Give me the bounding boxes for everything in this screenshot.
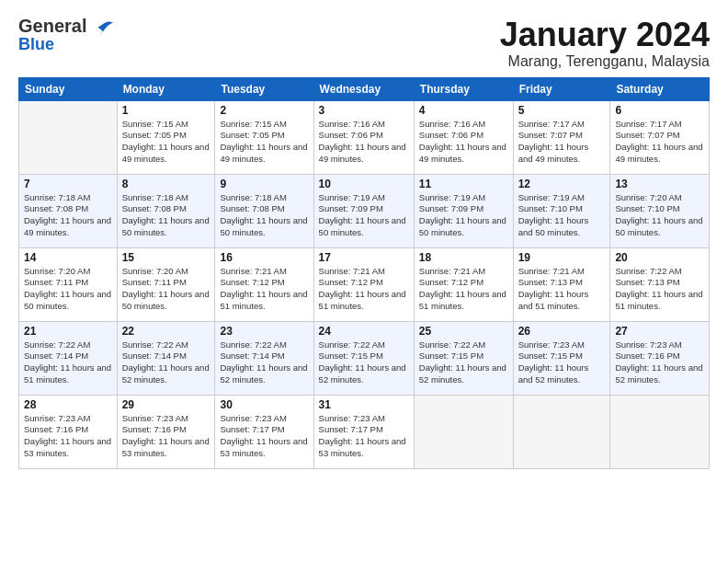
month-title: January 2024 — [500, 17, 710, 53]
cell-1-2: 9Sunrise: 7:18 AM Sunset: 7:08 PM Daylig… — [215, 174, 313, 247]
cell-3-0: 21Sunrise: 7:22 AM Sunset: 7:14 PM Dayli… — [19, 321, 118, 395]
cell-0-0 — [19, 100, 118, 174]
day-info: Sunrise: 7:21 AM Sunset: 7:12 PM Dayligh… — [220, 266, 308, 313]
col-sunday: Sunday — [19, 77, 118, 100]
week-row-5: 28Sunrise: 7:23 AM Sunset: 7:16 PM Dayli… — [19, 395, 710, 468]
day-info: Sunrise: 7:21 AM Sunset: 7:12 PM Dayligh… — [319, 266, 409, 313]
cell-1-4: 11Sunrise: 7:19 AM Sunset: 7:09 PM Dayli… — [414, 174, 513, 247]
col-tuesday: Tuesday — [215, 77, 313, 100]
day-info: Sunrise: 7:22 AM Sunset: 7:13 PM Dayligh… — [615, 266, 704, 313]
day-info: Sunrise: 7:21 AM Sunset: 7:12 PM Dayligh… — [419, 266, 508, 313]
day-number: 26 — [518, 325, 606, 338]
logo-blue: Blue — [18, 36, 54, 52]
cell-3-5: 26Sunrise: 7:23 AM Sunset: 7:15 PM Dayli… — [513, 321, 610, 395]
cell-2-6: 20Sunrise: 7:22 AM Sunset: 7:13 PM Dayli… — [610, 247, 710, 321]
col-monday: Monday — [117, 77, 215, 100]
day-number: 16 — [220, 251, 308, 264]
day-number: 30 — [220, 398, 308, 411]
day-number: 20 — [615, 251, 704, 264]
day-number: 12 — [518, 178, 606, 190]
week-row-3: 14Sunrise: 7:20 AM Sunset: 7:11 PM Dayli… — [19, 247, 710, 321]
day-info: Sunrise: 7:20 AM Sunset: 7:11 PM Dayligh… — [122, 266, 210, 313]
day-number: 5 — [518, 104, 606, 117]
logo-text: General — [18, 17, 114, 36]
col-thursday: Thursday — [414, 77, 513, 100]
day-number: 14 — [24, 251, 112, 264]
cell-2-0: 14Sunrise: 7:20 AM Sunset: 7:11 PM Dayli… — [19, 247, 118, 321]
cell-1-6: 13Sunrise: 7:20 AM Sunset: 7:10 PM Dayli… — [610, 174, 710, 247]
day-info: Sunrise: 7:15 AM Sunset: 7:05 PM Dayligh… — [122, 119, 210, 166]
day-info: Sunrise: 7:23 AM Sunset: 7:17 PM Dayligh… — [319, 413, 409, 460]
day-number: 17 — [319, 251, 409, 264]
day-info: Sunrise: 7:16 AM Sunset: 7:06 PM Dayligh… — [319, 119, 409, 166]
cell-3-3: 24Sunrise: 7:22 AM Sunset: 7:15 PM Dayli… — [313, 321, 414, 395]
day-number: 6 — [615, 104, 704, 117]
day-number: 1 — [122, 104, 210, 117]
day-number: 21 — [24, 325, 112, 338]
day-info: Sunrise: 7:17 AM Sunset: 7:07 PM Dayligh… — [615, 119, 704, 166]
cell-3-6: 27Sunrise: 7:23 AM Sunset: 7:16 PM Dayli… — [610, 321, 710, 395]
day-number: 8 — [122, 178, 210, 190]
cell-4-2: 30Sunrise: 7:23 AM Sunset: 7:17 PM Dayli… — [215, 395, 313, 468]
header-row: Sunday Monday Tuesday Wednesday Thursday… — [19, 77, 710, 100]
day-number: 23 — [220, 325, 308, 338]
day-info: Sunrise: 7:18 AM Sunset: 7:08 PM Dayligh… — [220, 192, 308, 239]
day-info: Sunrise: 7:19 AM Sunset: 7:10 PM Dayligh… — [518, 192, 606, 239]
cell-0-6: 6Sunrise: 7:17 AM Sunset: 7:07 PM Daylig… — [610, 100, 710, 174]
cell-0-5: 5Sunrise: 7:17 AM Sunset: 7:07 PM Daylig… — [513, 100, 610, 174]
cell-3-4: 25Sunrise: 7:22 AM Sunset: 7:15 PM Dayli… — [414, 321, 513, 395]
day-info: Sunrise: 7:23 AM Sunset: 7:16 PM Dayligh… — [24, 413, 112, 460]
cell-2-3: 17Sunrise: 7:21 AM Sunset: 7:12 PM Dayli… — [313, 247, 414, 321]
week-row-4: 21Sunrise: 7:22 AM Sunset: 7:14 PM Dayli… — [19, 321, 710, 395]
day-number: 19 — [518, 251, 606, 264]
day-number: 2 — [220, 104, 308, 117]
cell-0-1: 1Sunrise: 7:15 AM Sunset: 7:05 PM Daylig… — [117, 100, 215, 174]
week-row-1: 1Sunrise: 7:15 AM Sunset: 7:05 PM Daylig… — [19, 100, 710, 174]
day-info: Sunrise: 7:23 AM Sunset: 7:15 PM Dayligh… — [518, 339, 606, 386]
day-number: 13 — [615, 178, 704, 190]
day-info: Sunrise: 7:17 AM Sunset: 7:07 PM Dayligh… — [518, 119, 606, 166]
day-info: Sunrise: 7:22 AM Sunset: 7:14 PM Dayligh… — [122, 339, 210, 386]
day-number: 28 — [24, 398, 112, 411]
day-info: Sunrise: 7:18 AM Sunset: 7:08 PM Dayligh… — [24, 192, 112, 239]
cell-3-1: 22Sunrise: 7:22 AM Sunset: 7:14 PM Dayli… — [117, 321, 215, 395]
day-info: Sunrise: 7:22 AM Sunset: 7:14 PM Dayligh… — [220, 339, 308, 386]
day-info: Sunrise: 7:20 AM Sunset: 7:11 PM Dayligh… — [24, 266, 112, 313]
cell-2-1: 15Sunrise: 7:20 AM Sunset: 7:11 PM Dayli… — [117, 247, 215, 321]
cell-0-2: 2Sunrise: 7:15 AM Sunset: 7:05 PM Daylig… — [215, 100, 313, 174]
cell-1-1: 8Sunrise: 7:18 AM Sunset: 7:08 PM Daylig… — [117, 174, 215, 247]
cell-4-6 — [610, 395, 710, 468]
day-info: Sunrise: 7:21 AM Sunset: 7:13 PM Dayligh… — [518, 266, 606, 313]
day-info: Sunrise: 7:16 AM Sunset: 7:06 PM Dayligh… — [419, 119, 508, 166]
cell-2-2: 16Sunrise: 7:21 AM Sunset: 7:12 PM Dayli… — [215, 247, 313, 321]
cell-4-4 — [414, 395, 513, 468]
cell-1-0: 7Sunrise: 7:18 AM Sunset: 7:08 PM Daylig… — [19, 174, 118, 247]
day-number: 4 — [419, 104, 508, 117]
cell-0-4: 4Sunrise: 7:16 AM Sunset: 7:06 PM Daylig… — [414, 100, 513, 174]
day-info: Sunrise: 7:18 AM Sunset: 7:08 PM Dayligh… — [122, 192, 210, 239]
day-info: Sunrise: 7:19 AM Sunset: 7:09 PM Dayligh… — [319, 192, 409, 239]
day-info: Sunrise: 7:20 AM Sunset: 7:10 PM Dayligh… — [615, 192, 704, 239]
day-info: Sunrise: 7:22 AM Sunset: 7:15 PM Dayligh… — [419, 339, 508, 386]
day-info: Sunrise: 7:22 AM Sunset: 7:14 PM Dayligh… — [24, 339, 112, 386]
col-friday: Friday — [513, 77, 610, 100]
bird-icon — [94, 19, 114, 36]
day-info: Sunrise: 7:15 AM Sunset: 7:05 PM Dayligh… — [220, 119, 308, 166]
cell-4-3: 31Sunrise: 7:23 AM Sunset: 7:17 PM Dayli… — [313, 395, 414, 468]
calendar-table: Sunday Monday Tuesday Wednesday Thursday… — [18, 77, 710, 469]
day-number: 18 — [419, 251, 508, 264]
day-info: Sunrise: 7:23 AM Sunset: 7:17 PM Dayligh… — [220, 413, 308, 460]
header: General Blue January 2024 Marang, Tereng… — [18, 17, 710, 70]
cell-0-3: 3Sunrise: 7:16 AM Sunset: 7:06 PM Daylig… — [313, 100, 414, 174]
cell-1-3: 10Sunrise: 7:19 AM Sunset: 7:09 PM Dayli… — [313, 174, 414, 247]
cell-2-4: 18Sunrise: 7:21 AM Sunset: 7:12 PM Dayli… — [414, 247, 513, 321]
cell-4-0: 28Sunrise: 7:23 AM Sunset: 7:16 PM Dayli… — [19, 395, 118, 468]
day-info: Sunrise: 7:23 AM Sunset: 7:16 PM Dayligh… — [615, 339, 704, 386]
day-number: 11 — [419, 178, 508, 190]
calendar-page: General Blue January 2024 Marang, Tereng… — [0, 0, 728, 563]
day-number: 31 — [319, 398, 409, 411]
cell-4-1: 29Sunrise: 7:23 AM Sunset: 7:16 PM Dayli… — [117, 395, 215, 468]
day-info: Sunrise: 7:23 AM Sunset: 7:16 PM Dayligh… — [122, 413, 210, 460]
title-block: January 2024 Marang, Terengganu, Malaysi… — [500, 17, 710, 70]
day-info: Sunrise: 7:22 AM Sunset: 7:15 PM Dayligh… — [319, 339, 409, 386]
